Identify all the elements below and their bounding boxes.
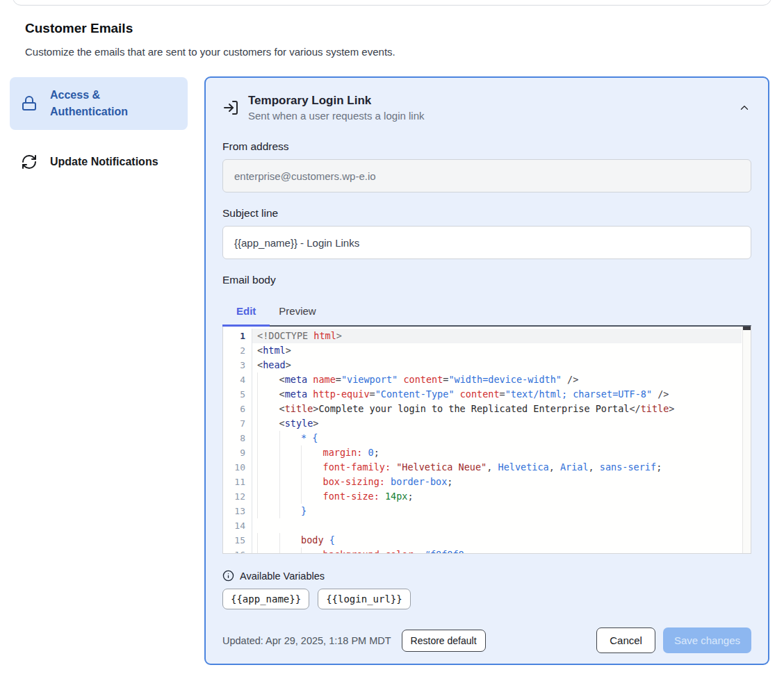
indent-guide — [257, 431, 279, 445]
code-line[interactable]: 9margin: 0; — [223, 445, 742, 460]
code-line[interactable]: 14 — [223, 518, 742, 533]
code-line[interactable]: 12font-size: 14px; — [223, 489, 742, 504]
email-settings-panel: Temporary Login Link Sent when a user re… — [204, 76, 769, 665]
code-line[interactable]: 11box-sizing: border-box; — [223, 475, 742, 489]
code-line[interactable]: 6<title>Complete your login to the Repli… — [223, 402, 742, 416]
indent-guide — [257, 372, 279, 387]
sidebar-item-label: Access & Authentication — [50, 87, 177, 120]
panel-header-text: Temporary Login Link Sent when a user re… — [248, 94, 424, 122]
from-address-group: From address — [222, 140, 751, 192]
info-icon — [222, 570, 234, 582]
subject-line-group: Subject line — [222, 207, 751, 259]
indent-guide — [257, 475, 279, 489]
subject-line-input[interactable] — [222, 226, 751, 259]
available-variables-row: Available Variables — [222, 570, 751, 582]
indent-guide — [279, 504, 302, 518]
code-line[interactable]: 3<head> — [223, 358, 742, 372]
sidebar-item-label: Update Notifications — [50, 154, 158, 170]
line-content: <html> — [252, 343, 742, 358]
indent-guide — [279, 475, 302, 489]
line-number: 4 — [223, 372, 252, 387]
line-content: * { — [252, 431, 742, 445]
line-content: margin: 0; — [252, 445, 742, 460]
from-address-input[interactable] — [222, 159, 751, 192]
line-content: font-size: 14px; — [252, 489, 742, 504]
tab-edit[interactable]: Edit — [222, 298, 270, 327]
indent-guide — [257, 416, 279, 431]
previous-card-edge — [13, 0, 771, 6]
line-content: } — [252, 504, 742, 518]
login-icon — [222, 99, 239, 116]
line-content: body { — [252, 533, 742, 548]
lock-icon — [21, 95, 38, 112]
tab-preview[interactable]: Preview — [270, 298, 325, 325]
code-lines: 1<!DOCTYPE html>2<html>3<head>4<meta nam… — [223, 327, 751, 554]
variable-chip[interactable]: {{login_url}} — [318, 589, 411, 609]
line-number: 12 — [223, 489, 252, 504]
sidebar: Access & AuthenticationUpdate Notificati… — [10, 77, 188, 180]
code-line[interactable]: 10font-family: "Helvetica Neue", Helveti… — [223, 460, 742, 475]
indent-guide — [257, 548, 279, 554]
line-number: 15 — [223, 533, 252, 548]
available-variables-label: Available Variables — [240, 571, 325, 582]
code-line[interactable]: 4<meta name="viewport" content="width=de… — [223, 372, 742, 387]
code-line[interactable]: 5<meta http-equiv="Content-Type" content… — [223, 387, 742, 402]
code-line[interactable]: 16background-color: #f8f8f8; — [223, 548, 742, 554]
code-line[interactable]: 2<html> — [223, 343, 742, 358]
refresh-icon — [21, 154, 38, 170]
variable-chips: {{app_name}}{{login_url}} — [222, 589, 751, 609]
line-content: <meta name="viewport" content="width=dev… — [252, 372, 742, 387]
panel-title: Temporary Login Link — [248, 94, 424, 108]
restore-default-button[interactable]: Restore default — [402, 630, 486, 652]
panel-subtitle: Sent when a user requests a login link — [248, 110, 424, 122]
line-number: 1 — [223, 329, 252, 343]
sidebar-item-access-authentication[interactable]: Access & Authentication — [10, 77, 188, 130]
email-body-label: Email body — [222, 274, 751, 286]
sidebar-item-update-notifications[interactable]: Update Notifications — [10, 144, 188, 180]
indent-guide — [301, 489, 323, 504]
line-content — [252, 518, 742, 533]
line-content: <!DOCTYPE html> — [252, 329, 742, 343]
cancel-button[interactable]: Cancel — [596, 627, 655, 653]
line-number: 7 — [223, 416, 252, 431]
indent-guide — [257, 533, 279, 548]
indent-guide — [301, 548, 323, 554]
code-editor[interactable]: 1<!DOCTYPE html>2<html>3<head>4<meta nam… — [222, 325, 751, 554]
indent-guide — [257, 445, 279, 460]
line-content: font-family: "Helvetica Neue", Helvetica… — [252, 460, 742, 475]
updated-timestamp: Updated: Apr 29, 2025, 1:18 PM MDT — [222, 635, 391, 646]
code-line[interactable]: 13} — [223, 504, 742, 518]
from-address-label: From address — [222, 140, 751, 153]
page-title: Customer Emails — [25, 21, 133, 36]
save-changes-button[interactable]: Save changes — [663, 627, 751, 653]
line-number: 10 — [223, 460, 252, 475]
editor-scrollbar-thumb[interactable] — [743, 327, 751, 330]
indent-guide — [279, 548, 302, 554]
line-content: background-color: #f8f8f8; — [252, 548, 742, 554]
page-subtitle: Customize the emails that are sent to yo… — [25, 46, 395, 58]
code-line[interactable]: 7<style> — [223, 416, 742, 431]
indent-guide — [279, 445, 302, 460]
line-number: 6 — [223, 402, 252, 416]
indent-guide — [279, 489, 302, 504]
line-number: 14 — [223, 518, 252, 533]
line-content: <meta http-equiv="Content-Type" content=… — [252, 387, 742, 402]
indent-guide — [279, 460, 302, 475]
line-number: 3 — [223, 358, 252, 372]
indent-guide — [257, 460, 279, 475]
line-content: <style> — [252, 416, 742, 431]
indent-guide — [257, 504, 279, 518]
line-number: 13 — [223, 504, 252, 518]
code-line[interactable]: 15body { — [223, 533, 742, 548]
line-number: 16 — [223, 548, 252, 554]
editor-scrollbar[interactable] — [742, 327, 751, 553]
line-number: 9 — [223, 445, 252, 460]
indent-guide — [301, 460, 323, 475]
line-number: 2 — [223, 343, 252, 358]
line-content: <title>Complete your login to the Replic… — [252, 402, 742, 416]
code-line[interactable]: 1<!DOCTYPE html> — [223, 329, 742, 343]
indent-guide — [257, 489, 279, 504]
chevron-up-icon[interactable] — [737, 101, 751, 115]
variable-chip[interactable]: {{app_name}} — [222, 589, 309, 609]
code-line[interactable]: 8* { — [223, 431, 742, 445]
